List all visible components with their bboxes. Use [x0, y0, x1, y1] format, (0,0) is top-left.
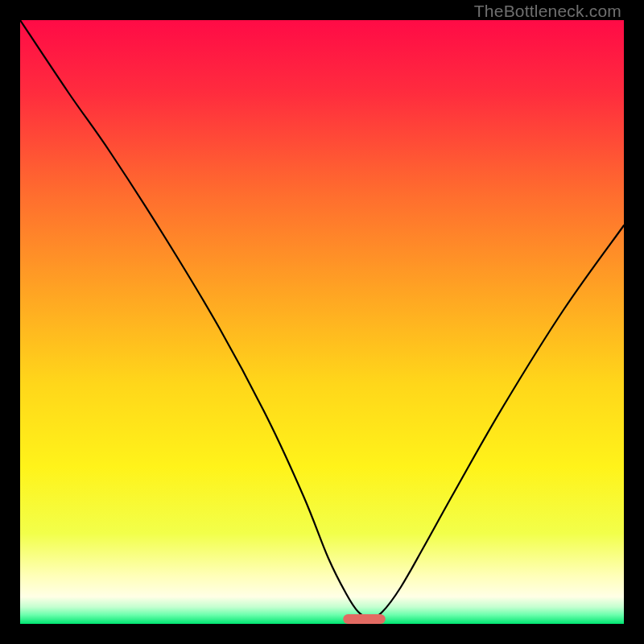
gradient-background	[20, 20, 624, 624]
chart-frame	[20, 20, 624, 624]
watermark-label: TheBottleneck.com	[474, 2, 621, 21]
bottleneck-chart	[20, 20, 624, 624]
optimal-range-marker	[343, 614, 386, 624]
